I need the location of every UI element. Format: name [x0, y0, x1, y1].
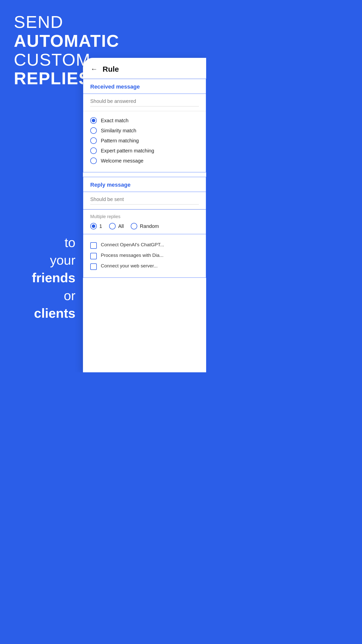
bottom-line1: to	[65, 235, 75, 250]
radio-similarity-match[interactable]: Similarity match	[90, 127, 199, 134]
reply-option-1[interactable]: 1	[90, 223, 102, 229]
radio-similarity-match-circle	[90, 127, 97, 134]
checkbox-chatgpt[interactable]: Connect OpenAI's ChatGPT...	[90, 242, 199, 249]
radio-similarity-match-label: Similarity match	[101, 128, 136, 134]
radio-expert-pattern-matching-circle	[90, 147, 97, 154]
checkbox-server-box	[90, 263, 97, 270]
radio-exact-match-label: Exact match	[101, 118, 128, 124]
checkbox-dia-label: Process messages with Dia...	[101, 252, 163, 259]
hero-line2: AUTOMATIC	[14, 31, 119, 50]
hero-line1: SEND	[14, 13, 119, 31]
back-button[interactable]: ←	[90, 65, 98, 73]
reply-option-1-circle	[90, 223, 97, 229]
radio-pattern-matching-label: Pattern matching	[101, 138, 139, 144]
bottom-line4: or	[64, 288, 75, 303]
multiple-replies-options: 1 All Random	[90, 223, 199, 229]
received-message-input[interactable]	[90, 98, 199, 106]
bottom-line5: clients	[34, 306, 75, 320]
checkbox-chatgpt-box	[90, 242, 97, 249]
checkbox-server[interactable]: Connect your web server...	[90, 263, 199, 270]
received-message-label: Received message	[83, 79, 206, 94]
checkbox-dia-box	[90, 253, 97, 259]
received-message-input-wrapper	[83, 94, 206, 111]
bottom-line2: your	[50, 253, 75, 267]
reply-option-1-label: 1	[99, 223, 102, 229]
radio-pattern-matching-circle	[90, 137, 97, 144]
reply-option-random[interactable]: Random	[131, 223, 159, 229]
reply-option-random-circle	[131, 223, 137, 229]
radio-expert-pattern-matching-label: Expert pattern matching	[101, 148, 154, 154]
rule-card: ← Rule Received message Exact match Simi…	[83, 58, 206, 372]
received-message-section: Received message Exact match Similarity …	[83, 79, 206, 172]
reply-option-random-label: Random	[140, 223, 159, 229]
reply-message-input[interactable]	[90, 196, 199, 205]
bottom-line3: friends	[32, 270, 75, 285]
checkbox-server-label: Connect your web server...	[101, 263, 158, 269]
radio-pattern-matching[interactable]: Pattern matching	[90, 137, 199, 144]
radio-exact-match-circle	[90, 117, 97, 124]
radio-welcome-message-circle	[90, 157, 97, 164]
reply-option-all-label: All	[118, 223, 124, 229]
reply-message-input-wrapper	[83, 192, 206, 209]
reply-option-all-circle	[109, 223, 116, 229]
card-header: ← Rule	[83, 58, 206, 79]
radio-expert-pattern-matching[interactable]: Expert pattern matching	[90, 147, 199, 154]
checkbox-chatgpt-label: Connect OpenAI's ChatGPT...	[101, 242, 164, 248]
multiple-replies-label: Multiple replies	[90, 214, 199, 219]
reply-message-section: Reply message Multiple replies 1 All Ran…	[83, 177, 206, 278]
checkbox-section: Connect OpenAI's ChatGPT... Process mess…	[83, 234, 206, 277]
radio-exact-match[interactable]: Exact match	[90, 117, 199, 124]
card-title: Rule	[103, 65, 119, 73]
reply-option-all[interactable]: All	[109, 223, 124, 229]
match-type-options: Exact match Similarity match Pattern mat…	[83, 111, 206, 172]
bottom-hero-text: to your friends or clients	[0, 234, 83, 322]
checkbox-dia[interactable]: Process messages with Dia...	[90, 252, 199, 259]
radio-welcome-message-label: Welcome message	[101, 158, 144, 164]
radio-welcome-message[interactable]: Welcome message	[90, 157, 199, 164]
multiple-replies-section: Multiple replies 1 All Random	[83, 209, 206, 234]
reply-message-label: Reply message	[83, 177, 206, 192]
